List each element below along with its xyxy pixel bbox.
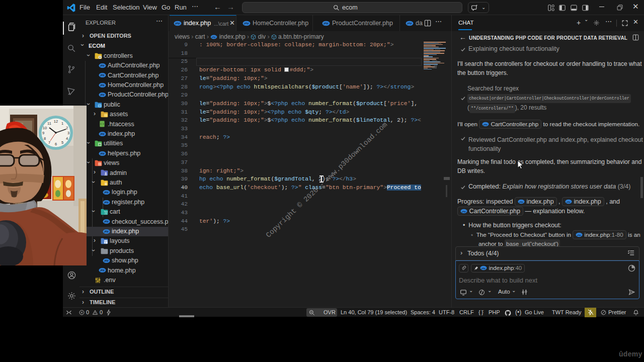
- svg-text:php: php: [100, 133, 104, 135]
- svg-text:php: php: [100, 64, 104, 67]
- svg-text:php: php: [577, 234, 581, 236]
- svg-text:8: 8: [44, 136, 46, 141]
- svg-text:1: 1: [61, 121, 63, 126]
- svg-text:php: php: [212, 36, 216, 38]
- svg-text:php: php: [407, 22, 412, 25]
- svg-text:php: php: [566, 201, 571, 203]
- svg-text:7: 7: [48, 140, 50, 145]
- svg-text:php: php: [100, 269, 104, 272]
- svg-text:php: php: [104, 221, 108, 223]
- svg-text:4: 4: [66, 136, 68, 141]
- svg-text:php: php: [461, 210, 466, 212]
- svg-text:php: php: [175, 22, 180, 25]
- svg-text:php: php: [483, 123, 488, 126]
- svg-text:3: 3: [67, 131, 69, 135]
- svg-text:php: php: [104, 230, 108, 233]
- svg-text:php: php: [324, 22, 329, 25]
- svg-text:11: 11: [47, 121, 51, 126]
- svg-text:10: 10: [43, 126, 47, 130]
- svg-text:php: php: [481, 267, 486, 269]
- svg-text:php: php: [100, 84, 104, 86]
- svg-text:php: php: [104, 191, 108, 194]
- svg-text:php: php: [519, 201, 523, 203]
- svg-text:php: php: [100, 94, 104, 96]
- svg-text:php: php: [104, 259, 108, 262]
- svg-text:5: 5: [61, 140, 63, 145]
- svg-text:9: 9: [42, 131, 44, 135]
- svg-text:php: php: [104, 201, 108, 204]
- svg-text:php: php: [244, 22, 249, 25]
- svg-text:php: php: [100, 74, 104, 77]
- svg-text:12: 12: [54, 119, 58, 124]
- svg-text:php: php: [100, 152, 104, 155]
- svg-text:6: 6: [55, 142, 57, 146]
- svg-text:2: 2: [66, 126, 68, 130]
